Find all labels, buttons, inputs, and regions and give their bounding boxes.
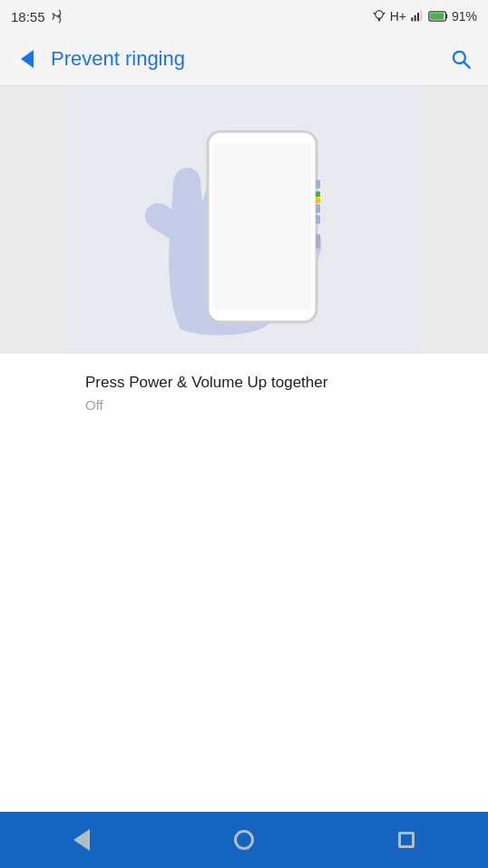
illustration-area <box>0 86 488 354</box>
nav-home-button[interactable] <box>208 812 280 868</box>
app-bar-left: Prevent ringing <box>7 39 185 79</box>
status-left: 18:55 <box>11 8 67 24</box>
svg-rect-7 <box>430 13 444 20</box>
svg-point-0 <box>57 15 61 18</box>
illustration-inner <box>67 86 421 354</box>
nav-bar <box>0 812 488 868</box>
nav-home-icon <box>234 830 254 850</box>
phone-hand-illustration <box>117 93 371 347</box>
svg-rect-4 <box>420 10 422 21</box>
svg-rect-17 <box>316 234 320 249</box>
svg-rect-15 <box>316 204 320 213</box>
svg-rect-6 <box>445 14 447 18</box>
setting-item[interactable]: Press Power & Volume Up together Off <box>0 354 488 431</box>
svg-rect-2 <box>415 15 416 22</box>
battery-icon <box>428 10 448 23</box>
svg-rect-12 <box>316 180 320 189</box>
status-right: H+ 91% <box>372 9 477 24</box>
svg-rect-13 <box>316 191 320 197</box>
pinwheel-icon <box>51 8 67 24</box>
nav-back-icon <box>73 829 90 851</box>
svg-point-8 <box>454 52 465 63</box>
svg-rect-3 <box>417 13 419 21</box>
app-bar: Prevent ringing <box>0 33 488 85</box>
alarm-icon <box>372 9 386 24</box>
signal-icon <box>410 9 425 24</box>
page-title: Prevent ringing <box>51 47 185 71</box>
setting-title: Press Power & Volume Up together <box>85 372 473 394</box>
setting-status: Off <box>85 397 473 413</box>
battery-percent: 91% <box>452 9 477 24</box>
nav-back-button[interactable] <box>45 812 118 868</box>
svg-rect-11 <box>213 143 311 310</box>
network-type: H+ <box>390 9 406 24</box>
svg-line-9 <box>464 63 470 68</box>
nav-recents-button[interactable] <box>370 812 443 868</box>
nav-recents-icon <box>398 832 415 848</box>
back-arrow-icon <box>21 50 34 68</box>
empty-content-area <box>0 431 488 822</box>
search-icon <box>449 47 473 71</box>
status-bar: 18:55 H+ 91% <box>0 0 488 33</box>
svg-rect-1 <box>411 17 413 21</box>
back-button[interactable] <box>7 39 47 79</box>
svg-rect-16 <box>316 215 320 224</box>
search-button[interactable] <box>441 39 481 79</box>
status-time: 18:55 <box>11 9 45 24</box>
svg-rect-14 <box>316 198 320 203</box>
